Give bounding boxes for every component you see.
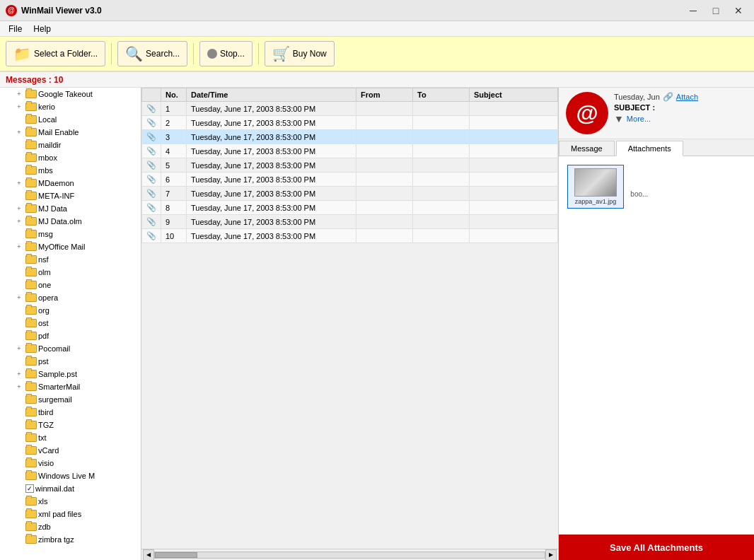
expand-button[interactable] [14, 229, 24, 239]
expand-button[interactable] [14, 458, 24, 468]
checkbox-icon[interactable]: ✓ [25, 484, 34, 493]
expand-button[interactable] [14, 496, 24, 506]
expand-button[interactable] [14, 471, 24, 481]
more-button[interactable]: More... [627, 115, 651, 123]
scroll-left-arrow[interactable]: ◀ [143, 549, 154, 561]
tree-item[interactable]: +MyOffice Mail [0, 240, 141, 253]
tree-item[interactable]: +Google Takeout [0, 88, 141, 100]
tree-item[interactable]: tbird [0, 406, 141, 419]
tree-item[interactable]: xls [0, 495, 141, 508]
tree-item[interactable]: one [0, 279, 141, 291]
message-list-scrollbar[interactable]: ◀ ▶ [141, 549, 558, 560]
table-row[interactable]: 📎2Tuesday, June 17, 2003 8:53:00 PM [142, 116, 558, 130]
tab-attachments[interactable]: Attachments [616, 141, 683, 156]
col-no[interactable]: No. [161, 88, 187, 102]
tree-item[interactable]: nsf [0, 253, 141, 266]
stop-button[interactable]: Stop... [199, 41, 253, 66]
menu-file[interactable]: File [3, 23, 28, 35]
col-attach[interactable] [142, 88, 161, 102]
tree-item[interactable]: +Mail Enable [0, 126, 141, 139]
expand-button[interactable] [14, 280, 24, 290]
tree-item[interactable]: +kerio [0, 100, 141, 113]
message-table-wrap[interactable]: No. Date/Time From To Subject 📎1Tuesday,… [141, 88, 558, 549]
minimize-button[interactable]: ─ [683, 4, 703, 18]
scroll-right-arrow[interactable]: ▶ [545, 549, 557, 561]
buy-now-button[interactable]: 🛒 Buy Now [265, 41, 335, 66]
tree-item[interactable]: msg [0, 228, 141, 240]
table-row[interactable]: 📎10Tuesday, June 17, 2003 8:53:00 PM [142, 229, 558, 243]
tab-message[interactable]: Message [559, 141, 615, 156]
expand-button[interactable] [14, 191, 24, 201]
tree-item[interactable]: zimbra tgz [0, 533, 141, 546]
folder-tree[interactable]: +Google Takeout+kerioLocal+Mail Enablema… [0, 88, 141, 560]
expand-button[interactable] [14, 153, 24, 163]
tree-item[interactable]: +Pocomail [0, 342, 141, 355]
tree-item[interactable]: +SmarterMail [0, 380, 141, 393]
table-row[interactable]: 📎6Tuesday, June 17, 2003 8:53:00 PM [142, 173, 558, 187]
expand-button[interactable] [14, 165, 24, 175]
expand-button[interactable] [14, 318, 24, 328]
tree-item[interactable]: mbs [0, 164, 141, 177]
tree-item[interactable]: pdf [0, 329, 141, 342]
expand-button[interactable] [14, 522, 24, 532]
expand-button[interactable]: + [14, 89, 24, 99]
col-datetime[interactable]: Date/Time [187, 88, 356, 102]
expand-button[interactable] [14, 420, 24, 430]
col-from[interactable]: From [356, 88, 413, 102]
expand-button[interactable]: + [14, 216, 24, 226]
tree-item[interactable]: olm [0, 266, 141, 279]
table-row[interactable]: 📎4Tuesday, June 17, 2003 8:53:00 PM [142, 144, 558, 158]
expand-button[interactable]: + [14, 127, 24, 137]
select-folder-button[interactable]: 📁 Select a Folder... [6, 41, 105, 66]
tree-item[interactable]: org [0, 304, 141, 317]
attach-link[interactable]: Attach [676, 93, 698, 101]
expand-button[interactable]: + [14, 344, 24, 354]
table-row[interactable]: 📎7Tuesday, June 17, 2003 8:53:00 PM [142, 187, 558, 201]
expand-button[interactable] [14, 433, 24, 443]
expand-button[interactable] [14, 140, 24, 150]
tree-item[interactable]: maildir [0, 139, 141, 151]
expand-button[interactable] [14, 509, 24, 519]
tree-item[interactable]: zdb [0, 520, 141, 533]
tree-item[interactable]: +MDaemon [0, 177, 141, 189]
tree-item[interactable]: mbox [0, 151, 141, 164]
table-row[interactable]: 📎3Tuesday, June 17, 2003 8:53:00 PM [142, 130, 558, 144]
tree-item[interactable]: META-INF [0, 189, 141, 202]
tree-item[interactable]: xml pad files [0, 508, 141, 520]
tree-item[interactable]: surgemail [0, 393, 141, 406]
expand-button[interactable] [14, 535, 24, 544]
attachment-item[interactable]: zappa_av1.jpg [567, 165, 624, 209]
save-all-button[interactable]: Save All Attachments [559, 535, 754, 560]
maximize-button[interactable]: □ [706, 4, 726, 18]
tree-item[interactable]: vCard [0, 444, 141, 457]
expand-button[interactable]: + [14, 369, 24, 379]
expand-button[interactable] [14, 115, 24, 124]
tree-item[interactable]: Local [0, 113, 141, 126]
tree-item[interactable]: Windows Live M [0, 469, 141, 482]
menu-help[interactable]: Help [28, 23, 57, 35]
tree-item[interactable]: +opera [0, 291, 141, 304]
table-row[interactable]: 📎1Tuesday, June 17, 2003 8:53:00 PM [142, 102, 558, 116]
expand-button[interactable] [14, 356, 24, 366]
expand-button[interactable]: + [14, 382, 24, 392]
tree-item[interactable]: +MJ Data.olm [0, 215, 141, 228]
tree-item[interactable]: ✓winmail.dat [0, 482, 141, 495]
expand-button[interactable]: + [14, 102, 24, 112]
expand-button[interactable] [14, 267, 24, 277]
table-row[interactable]: 📎8Tuesday, June 17, 2003 8:53:00 PM [142, 201, 558, 215]
tree-item[interactable]: ost [0, 317, 141, 329]
table-row[interactable]: 📎5Tuesday, June 17, 2003 8:53:00 PM [142, 158, 558, 173]
expand-button[interactable] [14, 255, 24, 264]
expand-button[interactable] [14, 331, 24, 341]
expand-button[interactable]: + [14, 204, 24, 214]
expand-button[interactable]: + [14, 242, 24, 252]
col-to[interactable]: To [413, 88, 470, 102]
tree-item[interactable]: +MJ Data [0, 202, 141, 215]
tree-item[interactable]: pst [0, 355, 141, 368]
expand-button[interactable] [14, 407, 24, 417]
tree-item[interactable]: +Sample.pst [0, 368, 141, 380]
expand-button[interactable] [14, 445, 24, 455]
col-subject[interactable]: Subject [470, 88, 558, 102]
expand-button[interactable] [14, 484, 24, 494]
expand-button[interactable] [14, 305, 24, 315]
